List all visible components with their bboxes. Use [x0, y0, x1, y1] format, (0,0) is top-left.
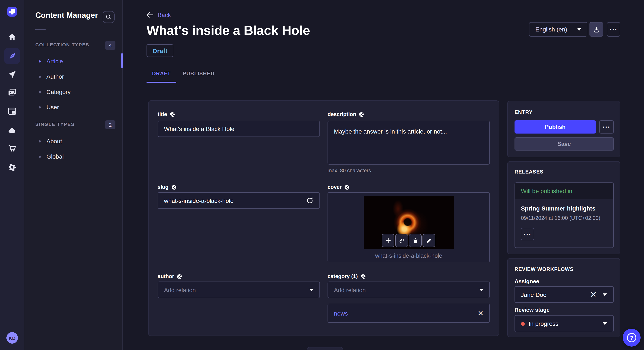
review-stage-select[interactable]: In progress — [514, 315, 614, 332]
search-button[interactable] — [103, 11, 114, 23]
divider — [0, 326, 24, 326]
sidebar-item-author[interactable]: Author — [35, 72, 116, 81]
assignee-value: Jane Doe — [515, 291, 590, 298]
trash-icon — [412, 237, 418, 243]
plus-icon — [385, 238, 391, 243]
delete-asset-button[interactable] — [409, 234, 422, 247]
cloud-icon[interactable] — [8, 126, 16, 135]
title-input[interactable] — [158, 121, 320, 137]
regenerate-slug-button[interactable] — [306, 197, 314, 204]
review-workflows-panel: REVIEW WORKFLOWS Assignee Jane Doe ✕ Rev… — [507, 258, 620, 337]
export-download-button[interactable] — [590, 22, 603, 37]
user-avatar[interactable]: KD — [6, 332, 18, 344]
chevron-down-icon — [603, 293, 607, 296]
clear-assignee-icon[interactable]: ✕ — [590, 292, 597, 298]
more-icon: ··· — [610, 27, 618, 31]
more-icon: ··· — [524, 232, 532, 236]
sidebar-item-label: About — [46, 138, 62, 145]
i18n-globe-icon — [177, 274, 182, 279]
review-stage-label: Review stage — [514, 307, 550, 313]
copy-link-button[interactable] — [395, 234, 408, 247]
chevron-down-icon — [603, 322, 607, 325]
cover-actions — [382, 234, 435, 247]
entry-more-button[interactable]: ··· — [599, 120, 614, 134]
sidebar-item-category[interactable]: Category — [35, 88, 116, 96]
edit-asset-button[interactable] — [422, 234, 435, 247]
media-library-icon[interactable] — [8, 88, 16, 97]
release-more-button[interactable]: ··· — [521, 228, 534, 240]
section-single-types: SINGLE TYPES — [35, 122, 74, 127]
review-panel-title: REVIEW WORKFLOWS — [514, 266, 574, 272]
field-label-title: title — [158, 111, 175, 117]
releases-panel-title: RELEASES — [514, 169, 544, 175]
refresh-icon — [306, 197, 314, 204]
active-tab-underline — [146, 82, 176, 83]
sidebar-item-global[interactable]: Global — [35, 152, 116, 161]
category-placeholder: Add relation — [328, 286, 479, 293]
field-label-author: author — [158, 273, 182, 279]
section-collection-types: COLLECTION TYPES — [35, 42, 89, 47]
content-manager-sidebar: Content Manager COLLECTION TYPES 4 Artic… — [24, 0, 123, 350]
field-label-description: description — [328, 111, 364, 117]
author-placeholder: Add relation — [158, 286, 309, 293]
marketplace-cart-icon[interactable] — [8, 144, 16, 153]
author-relation-combobox[interactable]: Add relation — [158, 282, 320, 298]
sidebar-item-user[interactable]: User — [35, 103, 116, 111]
description-hint: max. 80 characters — [328, 168, 371, 174]
back-link[interactable]: Back — [146, 11, 171, 18]
search-icon — [106, 14, 112, 20]
bullet-icon — [39, 60, 41, 62]
assignee-label: Assignee — [514, 278, 539, 285]
publish-button[interactable]: Publish — [514, 120, 596, 134]
single-types-count-badge: 2 — [105, 120, 116, 129]
icon-sidebar: KD — [0, 0, 24, 350]
sidebar-item-label: Global — [46, 153, 64, 160]
content-type-builder-icon[interactable] — [8, 107, 16, 116]
bullet-icon — [39, 91, 41, 93]
tab-draft[interactable]: DRAFT — [146, 71, 176, 77]
assignee-select[interactable]: Jane Doe ✕ — [514, 286, 614, 303]
tab-published[interactable]: PUBLISHED — [183, 71, 210, 77]
divider — [0, 24, 24, 24]
chevron-down-icon — [309, 289, 314, 291]
locale-value: English (en) — [530, 26, 567, 33]
field-label-category: category (1) — [328, 273, 366, 279]
relation-link-news[interactable]: news — [328, 310, 478, 317]
sidebar-item-label: Category — [46, 88, 71, 95]
header-more-button[interactable]: ··· — [607, 22, 620, 37]
field-label-cover: cover — [328, 184, 350, 190]
i18n-globe-icon — [359, 112, 364, 117]
bullet-icon — [39, 75, 41, 78]
add-asset-button[interactable] — [382, 234, 394, 247]
cover-filename: what-s-inside-a-black-hole — [328, 253, 490, 259]
strapi-logo[interactable] — [7, 7, 17, 16]
category-relation-combobox[interactable]: Add relation — [328, 282, 490, 298]
content-manager-icon[interactable] — [4, 48, 20, 64]
deploy-icon[interactable] — [8, 70, 16, 79]
remove-relation-icon[interactable]: ✕ — [478, 310, 484, 316]
i18n-globe-icon — [344, 184, 350, 190]
slug-input[interactable] — [158, 192, 320, 209]
sidebar-item-article[interactable]: Article — [35, 57, 116, 65]
description-textarea[interactable]: Maybe the answer is in this article, or … — [328, 121, 490, 165]
sidebar-item-about[interactable]: About — [35, 137, 116, 146]
release-name: Spring Summer highlights — [521, 205, 607, 212]
bullet-icon — [39, 156, 41, 158]
stage-status-dot — [521, 322, 525, 326]
status-badge: Draft — [146, 44, 173, 57]
save-button[interactable]: Save — [514, 137, 614, 151]
release-status-strip: Will be published in — [515, 183, 613, 199]
pencil-icon — [426, 238, 432, 243]
settings-gear-icon[interactable] — [8, 163, 16, 172]
active-item-indicator — [122, 53, 123, 68]
cover-field: what-s-inside-a-black-hole — [328, 192, 490, 262]
strapi-logo-glyph — [9, 9, 15, 14]
locale-selector[interactable]: English (en) — [529, 22, 587, 37]
review-stage-value: In progress — [525, 320, 603, 327]
home-icon[interactable] — [8, 33, 16, 42]
bullet-icon — [39, 106, 41, 108]
page-title: What's inside a Black Hole — [146, 23, 310, 38]
bottom-panel-peek — [307, 347, 343, 350]
help-button[interactable]: ? — [623, 329, 640, 347]
question-mark-icon: ? — [627, 333, 636, 342]
